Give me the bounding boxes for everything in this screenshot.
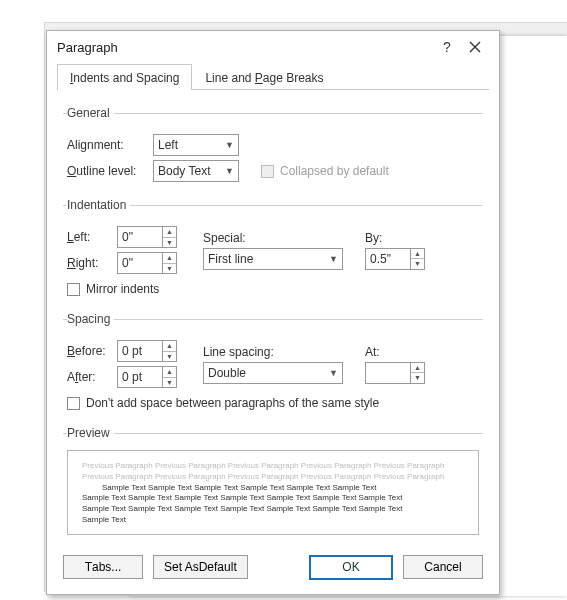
collapsed-checkbox: [261, 165, 274, 178]
set-as-default-button[interactable]: Set As Default: [153, 555, 248, 579]
indent-right-label: Right:: [67, 256, 111, 270]
indentation-group: Indentation Left: 0"▲▼ Right: 0"▲▼ Speci…: [63, 198, 483, 304]
spacing-legend: Spacing: [67, 312, 114, 326]
spinner-up-icon[interactable]: ▲: [163, 253, 176, 264]
alignment-combo[interactable]: Left▼: [153, 134, 239, 156]
preview-prev-text: Previous Paragraph Previous Paragraph Pr…: [82, 461, 464, 483]
tabs-button[interactable]: Tabs...: [63, 555, 143, 579]
chevron-down-icon: ▼: [329, 368, 338, 378]
spinner-up-icon[interactable]: ▲: [163, 341, 176, 352]
spinner-down-icon[interactable]: ▼: [163, 378, 176, 388]
preview-sample: Sample Text Sample Text Sample Text Samp…: [82, 504, 464, 515]
preview-sample: Sample Text Sample Text Sample Text Samp…: [102, 483, 464, 494]
spacing-group: Spacing Before: 0 pt▲▼ After: 0 pt▲▼ Lin…: [63, 312, 483, 418]
indentation-legend: Indentation: [67, 198, 130, 212]
by-label: By:: [365, 231, 479, 245]
dont-add-space-label: Don't add space between paragraphs of th…: [86, 396, 379, 410]
close-icon: [469, 41, 481, 53]
preview-legend: Preview: [67, 426, 114, 440]
spinner-down-icon[interactable]: ▼: [163, 352, 176, 362]
outline-level-label: Outline level:: [67, 164, 147, 178]
cancel-button[interactable]: Cancel: [403, 555, 483, 579]
chevron-down-icon: ▼: [225, 140, 234, 150]
before-label: Before:: [67, 344, 111, 358]
spinner-down-icon[interactable]: ▼: [163, 238, 176, 248]
preview-sample: Sample Text: [82, 515, 464, 526]
by-input[interactable]: 0.5"▲▼: [365, 248, 479, 270]
after-input[interactable]: 0 pt▲▼: [117, 366, 177, 388]
paragraph-dialog: Paragraph ? Indents and Spacing Line and…: [46, 30, 500, 595]
preview-box: Previous Paragraph Previous Paragraph Pr…: [67, 450, 479, 535]
after-label: After:: [67, 370, 111, 384]
collapsed-label: Collapsed by default: [280, 164, 389, 178]
line-spacing-label: Line spacing:: [203, 345, 343, 359]
special-combo[interactable]: First line▼: [203, 248, 343, 270]
general-group: General Alignment: Left▼ Outline level: …: [63, 106, 483, 190]
spinner-up-icon[interactable]: ▲: [411, 249, 424, 260]
at-label: At:: [365, 345, 479, 359]
spinner-down-icon[interactable]: ▼: [163, 264, 176, 274]
indent-right-input[interactable]: 0"▲▼: [117, 252, 177, 274]
tab-indents-spacing[interactable]: Indents and Spacing: [57, 64, 192, 90]
at-input[interactable]: ▲▼: [365, 362, 479, 384]
dont-add-space-checkbox[interactable]: [67, 397, 80, 410]
general-legend: General: [67, 106, 114, 120]
help-button[interactable]: ?: [433, 39, 461, 55]
spinner-down-icon[interactable]: ▼: [411, 373, 424, 383]
mirror-indents-checkbox[interactable]: [67, 283, 80, 296]
preview-sample: Sample Text Sample Text Sample Text Samp…: [82, 493, 464, 504]
indent-left-input[interactable]: 0"▲▼: [117, 226, 177, 248]
close-button[interactable]: [461, 41, 489, 53]
special-label: Special:: [203, 231, 343, 245]
ok-button[interactable]: OK: [309, 555, 393, 580]
spinner-up-icon[interactable]: ▲: [163, 227, 176, 238]
outline-level-combo[interactable]: Body Text▼: [153, 160, 239, 182]
tab-line-page-breaks[interactable]: Line and Page Breaks: [192, 64, 336, 90]
dialog-title: Paragraph: [57, 40, 118, 55]
mirror-indents-label: Mirror indents: [86, 282, 159, 296]
spinner-up-icon[interactable]: ▲: [163, 367, 176, 378]
spinner-down-icon[interactable]: ▼: [411, 259, 424, 269]
chevron-down-icon: ▼: [329, 254, 338, 264]
before-input[interactable]: 0 pt▲▼: [117, 340, 177, 362]
alignment-label: Alignment:: [67, 138, 147, 152]
preview-group: Preview Previous Paragraph Previous Para…: [63, 426, 483, 539]
line-spacing-combo[interactable]: Double▼: [203, 362, 343, 384]
spinner-up-icon[interactable]: ▲: [411, 363, 424, 374]
indent-left-label: Left:: [67, 230, 111, 244]
chevron-down-icon: ▼: [225, 166, 234, 176]
